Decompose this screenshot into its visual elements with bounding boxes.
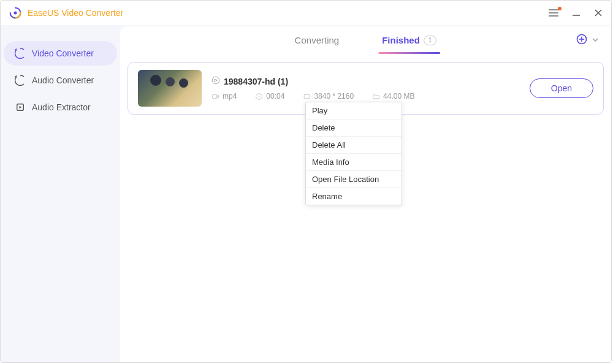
sidebar-item-label: Audio Extractor — [32, 102, 91, 112]
tab-converting[interactable]: Converting — [295, 26, 340, 54]
svg-marker-16 — [216, 80, 218, 81]
chevron-down-icon[interactable] — [592, 35, 599, 46]
meta-format: mp4 — [211, 92, 237, 100]
ctx-delete-all[interactable]: Delete All — [306, 137, 402, 154]
ctx-play[interactable]: Play — [306, 102, 402, 119]
video-thumbnail — [138, 70, 202, 107]
menu-button[interactable] — [549, 9, 558, 17]
sidebar-item-audio-converter[interactable]: Audio Converter — [4, 68, 117, 93]
file-info: 19884307-hd (1) mp4 00:04 — [211, 76, 530, 100]
app-logo-icon — [9, 7, 21, 19]
meta-resolution: 3840 * 2160 — [303, 92, 354, 100]
close-button[interactable] — [594, 9, 603, 17]
tab-label: Converting — [295, 35, 340, 45]
svg-point-14 — [212, 77, 219, 84]
ctx-open-file-location[interactable]: Open File Location — [306, 171, 402, 188]
notification-dot-icon — [558, 7, 562, 10]
tab-label: Finished — [382, 35, 420, 45]
video-file-icon — [211, 76, 220, 87]
app-title: EaseUS Video Converter — [28, 8, 123, 18]
titlebar: EaseUS Video Converter — [1, 1, 611, 25]
ctx-rename[interactable]: Rename — [306, 188, 402, 205]
svg-point-0 — [14, 12, 17, 15]
content-area: 19884307-hd (1) mp4 00:04 — [120, 55, 611, 362]
video-converter-icon — [15, 48, 26, 59]
add-button[interactable] — [576, 33, 588, 48]
audio-converter-icon — [15, 75, 26, 86]
finished-count-badge: 1 — [424, 36, 437, 45]
tab-finished[interactable]: Finished 1 — [382, 26, 436, 54]
svg-rect-15 — [215, 79, 216, 82]
minimize-button[interactable] — [572, 9, 581, 17]
folder-icon — [372, 93, 380, 100]
svg-marker-10 — [20, 106, 22, 109]
sidebar: Video Converter Audio Converter Audio Ex… — [1, 25, 120, 362]
svg-marker-18 — [217, 95, 218, 97]
window-controls — [549, 9, 603, 17]
context-menu: Play Delete Delete All Media Info Open F… — [305, 102, 402, 205]
clock-icon — [255, 93, 263, 100]
audio-extractor-icon — [15, 102, 26, 113]
open-button[interactable]: Open — [530, 78, 593, 98]
ctx-media-info[interactable]: Media Info — [306, 154, 402, 171]
tabs-row: Converting Finished 1 — [120, 26, 611, 55]
sidebar-item-label: Audio Converter — [32, 75, 94, 85]
sidebar-item-label: Video Converter — [32, 48, 94, 58]
svg-rect-20 — [305, 94, 310, 99]
sidebar-item-audio-extractor[interactable]: Audio Extractor — [4, 95, 117, 119]
resolution-icon — [303, 93, 311, 100]
svg-rect-17 — [213, 94, 217, 99]
meta-size: 44.00 MB — [372, 92, 414, 100]
file-name: 19884307-hd (1) — [224, 77, 288, 86]
sidebar-item-video-converter[interactable]: Video Converter — [4, 41, 117, 66]
format-icon — [211, 93, 219, 100]
meta-duration: 00:04 — [255, 92, 284, 100]
ctx-delete[interactable]: Delete — [306, 119, 402, 137]
